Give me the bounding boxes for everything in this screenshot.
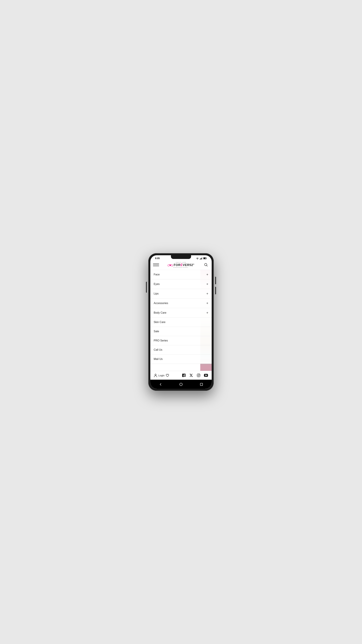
instagram-icon: [197, 374, 200, 377]
menu-line-2: [153, 265, 159, 265]
svg-point-9: [198, 375, 199, 376]
recent-icon: [200, 383, 203, 386]
menu-item-label: Lips: [154, 292, 159, 295]
logo-brand-text: FORÉVER52®: [174, 263, 194, 267]
svg-rect-5: [204, 258, 206, 259]
social-icons: [182, 373, 208, 378]
svg-rect-0: [200, 259, 200, 260]
volume-down-button[interactable]: [215, 287, 216, 294]
svg-point-7: [155, 374, 156, 375]
back-icon: [159, 383, 162, 386]
status-bar: 9:05: [150, 255, 212, 260]
menu-item-label: Call Us: [154, 348, 162, 351]
menu-item-face[interactable]: Face+: [150, 270, 212, 280]
menu-item-skin-care[interactable]: Skin Care: [150, 318, 212, 327]
login-button[interactable]: Login: [158, 374, 165, 377]
search-icon: [204, 263, 208, 267]
logo-heart-icon: [168, 263, 173, 267]
menu-item-label: Accessories: [154, 302, 168, 305]
svg-rect-1: [201, 258, 201, 260]
menu-item-pro-series[interactable]: PRO Series: [150, 336, 212, 345]
menu-item-sale[interactable]: Sale: [150, 327, 212, 336]
navigation-menu: Face+Eyes+Lips+Accessories+Body Care+Ski…: [150, 270, 212, 364]
instagram-button[interactable]: [196, 373, 201, 378]
svg-rect-2: [201, 258, 202, 260]
menu-item-expand-icon[interactable]: +: [206, 302, 208, 305]
back-button[interactable]: [158, 381, 164, 388]
menu-item-label: Eyes: [154, 282, 160, 286]
menu-item-label: Body Care: [154, 311, 166, 314]
menu-content: Face+Eyes+Lips+Accessories+Body Care+Ski…: [150, 270, 212, 371]
hamburger-menu-button[interactable]: [153, 262, 159, 268]
recent-apps-button[interactable]: [198, 381, 204, 388]
battery-icon: [203, 257, 207, 259]
status-time: 9:05: [155, 257, 160, 260]
signal-icon: [200, 257, 202, 260]
svg-rect-14: [200, 383, 203, 386]
status-icons: [196, 257, 207, 260]
menu-item-label: Mail Us: [154, 358, 163, 360]
menu-item-label: Skin Care: [154, 321, 165, 324]
menu-item-label: PRO Series: [154, 339, 168, 342]
menu-item-expand-icon[interactable]: +: [206, 311, 208, 314]
youtube-button[interactable]: [204, 373, 208, 378]
logo-sub-text: PROFESSIONAL: [173, 267, 189, 268]
menu-item-body-care[interactable]: Body Care+: [150, 308, 212, 318]
brand-logo[interactable]: Daily life FORÉVER52® PROFESSIONAL: [168, 262, 194, 268]
menu-item-expand-icon[interactable]: +: [206, 282, 208, 286]
menu-item-eyes[interactable]: Eyes+: [150, 280, 212, 289]
home-icon: [179, 383, 183, 386]
logo-main-row: FORÉVER52®: [168, 263, 194, 267]
navbar: Daily life FORÉVER52® PROFESSIONAL: [150, 260, 212, 270]
youtube-icon: [204, 374, 208, 377]
svg-rect-3: [202, 257, 203, 260]
home-button[interactable]: [178, 381, 184, 388]
twitter-x-button[interactable]: [189, 373, 194, 378]
menu-item-accessories[interactable]: Accessories+: [150, 298, 212, 308]
menu-item-label: Face: [154, 273, 160, 276]
svg-point-10: [199, 374, 200, 374]
search-button[interactable]: [203, 262, 209, 268]
logo-daily-text: Daily life: [176, 262, 186, 263]
menu-item-lips[interactable]: Lips+: [150, 289, 212, 298]
heart-icon[interactable]: [166, 374, 169, 377]
menu-item-mail-us[interactable]: Mail Us: [150, 354, 212, 364]
menu-item-expand-icon[interactable]: +: [206, 292, 208, 295]
bottom-bar-left: Login: [154, 374, 169, 377]
menu-item-expand-icon[interactable]: +: [206, 273, 208, 276]
user-icon: [154, 374, 157, 377]
svg-point-13: [180, 383, 182, 386]
android-nav-bar: [150, 380, 212, 389]
facebook-button[interactable]: [182, 373, 186, 378]
bottom-bar: Login: [150, 371, 212, 380]
menu-line-1: [153, 264, 159, 264]
facebook-icon: [182, 374, 186, 377]
wifi-icon: [196, 257, 199, 260]
volume-up-button[interactable]: [215, 277, 216, 284]
menu-line-3: [153, 266, 159, 266]
menu-item-label: Sale: [154, 330, 159, 333]
power-button[interactable]: [146, 282, 147, 293]
twitter-x-icon: [190, 374, 193, 377]
menu-item-call-us[interactable]: Call Us: [150, 345, 212, 354]
